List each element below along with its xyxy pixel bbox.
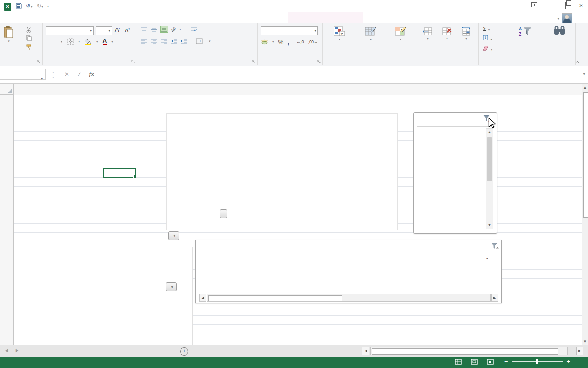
view-page-layout-icon[interactable] xyxy=(471,359,478,365)
select-all-corner[interactable] xyxy=(0,84,14,95)
comma-style-icon[interactable]: , xyxy=(288,38,289,46)
scrollbar-thumb[interactable] xyxy=(208,295,342,301)
copy-icon[interactable] xyxy=(26,35,32,41)
zoom-in-icon[interactable]: + xyxy=(567,358,571,364)
dialog-launcher-icon[interactable] xyxy=(317,60,321,64)
insert-cells-button[interactable]: ▾ xyxy=(418,27,437,41)
fill-icon[interactable]: ▾ xyxy=(483,34,492,42)
format-cells-button[interactable]: ▾ xyxy=(457,27,475,41)
scroll-left-icon[interactable]: ◀ xyxy=(362,347,369,355)
scrollbar-thumb[interactable] xyxy=(583,92,588,218)
timeline-clear-filter-icon[interactable] xyxy=(491,242,499,252)
dialog-launcher-icon[interactable] xyxy=(131,60,136,64)
ribbon-collapse-icon[interactable] xyxy=(575,58,580,66)
slicer-scrollbar[interactable]: ▲ ▼ xyxy=(486,128,493,229)
timeline-scrollbar[interactable]: ◀ ▶ xyxy=(199,294,498,302)
grow-font-icon[interactable]: A▴ xyxy=(115,26,120,33)
scroll-left-icon[interactable]: ◀ xyxy=(199,294,206,302)
name-box[interactable]: ▾ xyxy=(0,69,46,80)
undo-icon[interactable]: ↺▾ xyxy=(26,2,32,11)
scroll-up-icon[interactable]: ▲ xyxy=(486,130,493,134)
align-bottom-icon[interactable] xyxy=(161,26,168,32)
orientation-icon[interactable]: ab xyxy=(170,26,177,33)
find-select-button[interactable] xyxy=(547,26,572,37)
excel-logo-icon[interactable]: X xyxy=(4,3,11,11)
vertical-scrollbar[interactable]: ▲ ▼ xyxy=(582,84,588,345)
decrease-indent-icon[interactable] xyxy=(171,38,178,44)
timeline-level-select[interactable]: ▾ xyxy=(484,257,488,260)
format-as-table-icon xyxy=(365,26,377,37)
format-as-table-button[interactable]: ▾ xyxy=(356,26,386,42)
timeline-selection-band[interactable] xyxy=(199,282,498,291)
formula-bar-expand-icon[interactable]: ▾ xyxy=(583,71,585,76)
cut-icon[interactable] xyxy=(26,27,32,33)
conditional-formatting-button[interactable]: ≠ ▾ xyxy=(324,26,355,42)
delete-cells-button[interactable]: ▾ xyxy=(438,27,456,41)
align-middle-icon[interactable] xyxy=(151,26,158,32)
ay-button[interactable]: ▾ xyxy=(166,282,177,291)
ribbon-display-icon[interactable] xyxy=(530,2,538,9)
save-icon[interactable] xyxy=(16,3,22,11)
scroll-down-icon[interactable]: ▼ xyxy=(582,339,588,344)
close-icon[interactable]: × xyxy=(577,1,585,9)
pie-chart[interactable]: ▾ xyxy=(14,247,193,345)
merge-center-icon[interactable] xyxy=(196,38,203,44)
format-painter-icon[interactable] xyxy=(26,44,32,50)
restore-icon[interactable] xyxy=(561,2,570,9)
align-left-icon[interactable] xyxy=(141,38,147,44)
cancel-icon[interactable]: ✕ xyxy=(64,71,69,78)
sheet-prev-icon[interactable]: ◀ xyxy=(5,348,8,353)
view-normal-icon[interactable] xyxy=(455,359,462,365)
ay-button[interactable]: ▾ xyxy=(168,231,179,240)
align-center-icon[interactable] xyxy=(151,38,158,44)
paste-button[interactable]: ▾ xyxy=(3,26,15,43)
title-bar: X ↺▾ ↻▾ ▾ — × xyxy=(0,0,588,12)
increase-indent-icon[interactable] xyxy=(181,38,188,44)
number-format-select[interactable]: ▾ xyxy=(261,26,318,35)
dialog-launcher-icon[interactable] xyxy=(37,60,41,64)
sheet-next-icon[interactable]: ▶ xyxy=(16,348,19,353)
dialog-launcher-icon[interactable] xyxy=(252,60,256,64)
scrollbar-track[interactable] xyxy=(207,294,491,302)
view-page-break-icon[interactable] xyxy=(487,359,494,365)
decrease-decimal-icon[interactable]: ,00→ xyxy=(308,40,318,44)
clear-icon[interactable]: ▾ xyxy=(483,44,492,52)
scroll-right-icon[interactable]: ▶ xyxy=(491,294,498,302)
horizontal-scrollbar[interactable]: ◀ ▶ xyxy=(362,347,583,355)
fill-color-icon[interactable] xyxy=(85,38,92,45)
wrap-text-icon[interactable] xyxy=(191,26,198,32)
combo-chart[interactable] xyxy=(166,113,398,230)
align-right-icon[interactable] xyxy=(161,38,168,44)
font-color-icon[interactable]: A xyxy=(103,39,107,45)
sort-filter-button[interactable]: A Z xyxy=(504,26,546,37)
align-top-icon[interactable] xyxy=(141,26,147,32)
zoom-slider-thumb[interactable] xyxy=(536,359,538,364)
scrollbar-track[interactable] xyxy=(370,347,568,355)
scrollbar-thumb[interactable] xyxy=(372,348,558,355)
scroll-right-icon[interactable]: ▶ xyxy=(576,347,583,355)
account-chip[interactable]: ▾ xyxy=(554,13,572,24)
qat-customize-icon[interactable]: ▾ xyxy=(47,5,49,8)
scrollbar-thumb[interactable] xyxy=(487,137,492,181)
enter-icon[interactable]: ✓ xyxy=(77,71,82,78)
increase-decimal-icon[interactable]: ←,0 xyxy=(296,40,304,44)
cell-styles-button[interactable]: ▾ xyxy=(387,26,414,42)
scroll-up-icon[interactable]: ▲ xyxy=(582,86,588,90)
redo-icon[interactable]: ↻▾ xyxy=(36,2,43,11)
borders-icon[interactable] xyxy=(67,38,74,45)
percent-style-icon[interactable]: % xyxy=(278,39,284,46)
scroll-down-icon[interactable]: ▼ xyxy=(486,223,493,227)
zoom-slider[interactable] xyxy=(512,361,563,362)
shrink-font-icon[interactable]: A▾ xyxy=(125,27,130,33)
values-button[interactable] xyxy=(220,209,227,218)
accounting-format-icon[interactable] xyxy=(261,39,268,45)
autosum-icon[interactable]: Σ ▾ xyxy=(483,25,492,32)
fill-handle[interactable] xyxy=(133,175,136,178)
add-sheet-button[interactable]: + xyxy=(180,347,188,356)
zoom-out-icon[interactable]: − xyxy=(504,358,508,364)
minimize-icon[interactable]: — xyxy=(546,2,554,9)
font-select[interactable]: ▾ xyxy=(46,26,94,35)
fx-icon[interactable]: fx xyxy=(89,70,94,78)
quick-access-toolbar: X ↺▾ ↻▾ ▾ xyxy=(4,2,49,11)
font-size-select[interactable]: ▾ xyxy=(96,26,112,35)
